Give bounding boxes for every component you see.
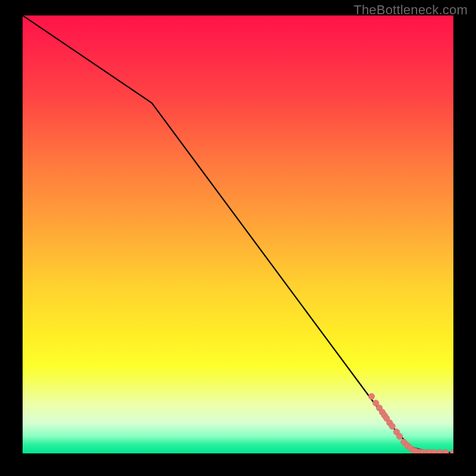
data-marker bbox=[431, 449, 437, 453]
data-marker bbox=[437, 449, 443, 453]
data-marker bbox=[368, 393, 374, 399]
data-marker bbox=[450, 449, 453, 453]
data-marker bbox=[443, 449, 449, 453]
watermark-text: TheBottleneck.com bbox=[353, 2, 468, 18]
chart-container: TheBottleneck.com bbox=[0, 0, 476, 476]
data-marker bbox=[396, 433, 402, 439]
curve-line bbox=[23, 15, 453, 453]
marker-group bbox=[368, 393, 453, 453]
data-marker bbox=[389, 423, 395, 429]
plot-area bbox=[23, 15, 453, 453]
chart-svg bbox=[23, 15, 453, 453]
